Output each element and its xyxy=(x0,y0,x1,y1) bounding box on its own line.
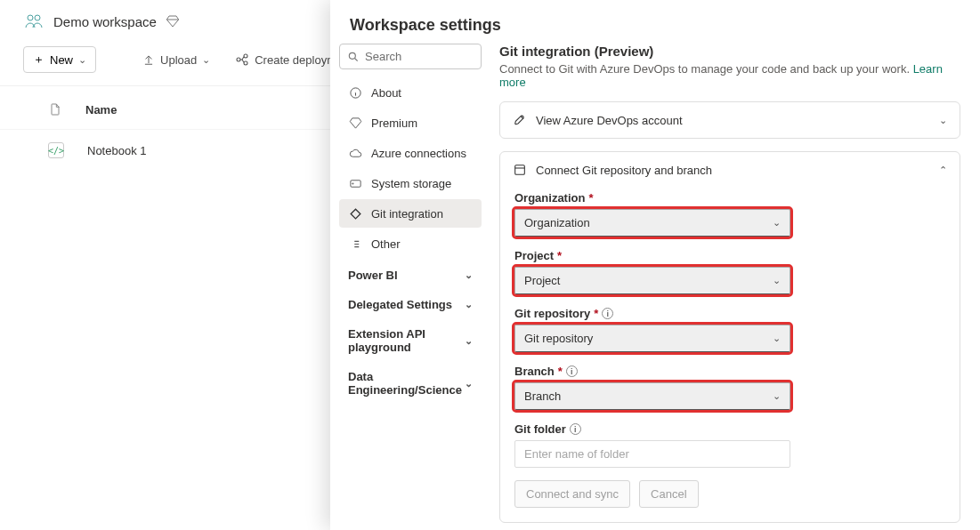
storage-icon xyxy=(348,176,362,190)
new-button[interactable]: ＋ New ⌄ xyxy=(23,46,96,73)
diamond-icon xyxy=(348,116,362,130)
branch-dropdown[interactable]: Branch ⌄ xyxy=(514,382,790,410)
organization-dropdown[interactable]: Organization ⌄ xyxy=(514,209,790,237)
info-icon xyxy=(348,85,362,100)
nav-system-storage[interactable]: System storage xyxy=(339,169,482,197)
nav-label: Azure connections xyxy=(371,147,466,160)
chevron-down-icon: ⌄ xyxy=(465,269,473,281)
diamond-icon xyxy=(166,14,180,28)
section-label: Extension API playground xyxy=(348,327,455,354)
git-icon xyxy=(348,206,362,221)
field-label: Git repository xyxy=(514,307,590,320)
field-git-folder: Git folderi xyxy=(514,422,945,468)
dropdown-value: Git repository xyxy=(524,332,593,345)
project-dropdown[interactable]: Project ⌄ xyxy=(514,267,790,294)
svg-rect-9 xyxy=(515,165,525,175)
pipeline-icon xyxy=(235,52,249,67)
info-icon[interactable]: i xyxy=(570,423,581,435)
field-project: Project* Project ⌄ xyxy=(514,249,945,294)
settings-panel: Workspace settings Search About Premium … xyxy=(330,0,980,530)
field-branch: Branch*i Branch ⌄ xyxy=(514,365,945,410)
chevron-up-icon: ⌃ xyxy=(939,165,947,176)
chevron-down-icon: ⌄ xyxy=(465,335,473,347)
chevron-down-icon: ⌄ xyxy=(202,54,210,66)
section-label: Data Engineering/Science xyxy=(348,370,455,397)
required-marker: * xyxy=(594,307,598,320)
repo-icon xyxy=(513,163,527,177)
new-button-label: New xyxy=(50,53,73,67)
required-marker: * xyxy=(588,191,593,205)
svg-point-8 xyxy=(352,182,352,183)
chevron-down-icon: ⌄ xyxy=(465,378,473,389)
field-label: Project xyxy=(514,249,554,262)
chevron-down-icon: ⌄ xyxy=(465,299,473,310)
nav-azure-connections[interactable]: Azure connections xyxy=(339,139,482,167)
section-extension-api[interactable]: Extension API playground ⌄ xyxy=(339,318,482,359)
required-marker: * xyxy=(558,365,563,378)
info-icon[interactable]: i xyxy=(566,365,578,377)
dropdown-value: Branch xyxy=(524,389,561,403)
rocket-icon xyxy=(513,113,527,127)
panel-title: Workspace settings xyxy=(330,0,980,44)
list-icon xyxy=(348,237,362,251)
info-icon[interactable]: i xyxy=(602,308,613,319)
field-organization: Organization* Organization ⌄ xyxy=(514,191,945,237)
nav-label: Premium xyxy=(371,116,417,130)
settings-content: Git integration (Preview) Connect to Git… xyxy=(490,44,980,530)
chevron-down-icon: ⌄ xyxy=(939,115,947,126)
field-git-repository: Git repository*i Git repository ⌄ xyxy=(514,307,945,352)
cancel-button[interactable]: Cancel xyxy=(639,480,698,508)
field-label: Git folder xyxy=(514,422,566,436)
chevron-down-icon: ⌄ xyxy=(78,54,86,66)
field-label: Organization xyxy=(514,191,585,205)
search-input[interactable]: Search xyxy=(339,44,482,69)
connect-repo-header[interactable]: Connect Git repository and branch ⌃ xyxy=(500,152,960,188)
svg-point-5 xyxy=(349,52,355,59)
chevron-down-icon: ⌄ xyxy=(773,390,781,402)
svg-point-1 xyxy=(35,15,40,20)
required-marker: * xyxy=(557,249,562,262)
section-label: Power BI xyxy=(348,269,398,282)
card-title: Connect Git repository and branch xyxy=(536,164,712,177)
notebook-icon: </> xyxy=(48,142,64,158)
content-description: Connect to Git with Azure DevOps to mana… xyxy=(499,62,960,89)
git-folder-input[interactable] xyxy=(514,440,790,468)
search-icon xyxy=(347,51,360,63)
settings-sidebar: Search About Premium Azure connections S… xyxy=(330,44,490,530)
search-placeholder: Search xyxy=(365,50,401,63)
section-label: Delegated Settings xyxy=(348,298,452,311)
dropdown-value: Project xyxy=(524,274,560,287)
chevron-down-icon: ⌄ xyxy=(773,275,781,286)
file-icon xyxy=(48,102,62,116)
nav-other[interactable]: Other xyxy=(339,229,482,258)
section-delegated-settings[interactable]: Delegated Settings ⌄ xyxy=(339,289,482,317)
git-repository-dropdown[interactable]: Git repository ⌄ xyxy=(514,325,790,352)
upload-button[interactable]: Upload ⌄ xyxy=(137,50,215,70)
view-account-header[interactable]: View Azure DevOps account ⌄ xyxy=(500,102,960,138)
team-icon xyxy=(23,11,45,32)
list-item-label: Notebook 1 xyxy=(87,144,147,157)
plus-icon: ＋ xyxy=(33,52,45,68)
content-heading: Git integration (Preview) xyxy=(499,44,960,59)
nav-git-integration[interactable]: Git integration xyxy=(339,199,482,228)
cloud-icon xyxy=(348,146,362,160)
nav-about[interactable]: About xyxy=(339,78,482,107)
section-power-bi[interactable]: Power BI ⌄ xyxy=(339,260,482,287)
field-label: Branch xyxy=(514,365,555,378)
chevron-down-icon: ⌄ xyxy=(773,333,781,344)
workspace-title: Demo workspace xyxy=(53,14,157,29)
dropdown-value: Organization xyxy=(524,216,590,229)
nav-premium[interactable]: Premium xyxy=(339,108,482,137)
upload-label: Upload xyxy=(160,53,197,67)
svg-point-0 xyxy=(28,15,33,20)
section-data-engineering[interactable]: Data Engineering/Science ⌄ xyxy=(339,361,482,402)
view-account-card: View Azure DevOps account ⌄ xyxy=(499,101,960,139)
connect-repo-card: Connect Git repository and branch ⌃ Orga… xyxy=(499,151,960,523)
desc-text: Connect to Git with Azure DevOps to mana… xyxy=(499,62,913,76)
nav-label: Other xyxy=(371,237,401,251)
connect-sync-button[interactable]: Connect and sync xyxy=(514,480,630,508)
svg-point-2 xyxy=(237,58,240,61)
upload-icon xyxy=(142,53,155,66)
chevron-down-icon: ⌄ xyxy=(773,217,781,229)
card-title: View Azure DevOps account xyxy=(536,114,683,127)
